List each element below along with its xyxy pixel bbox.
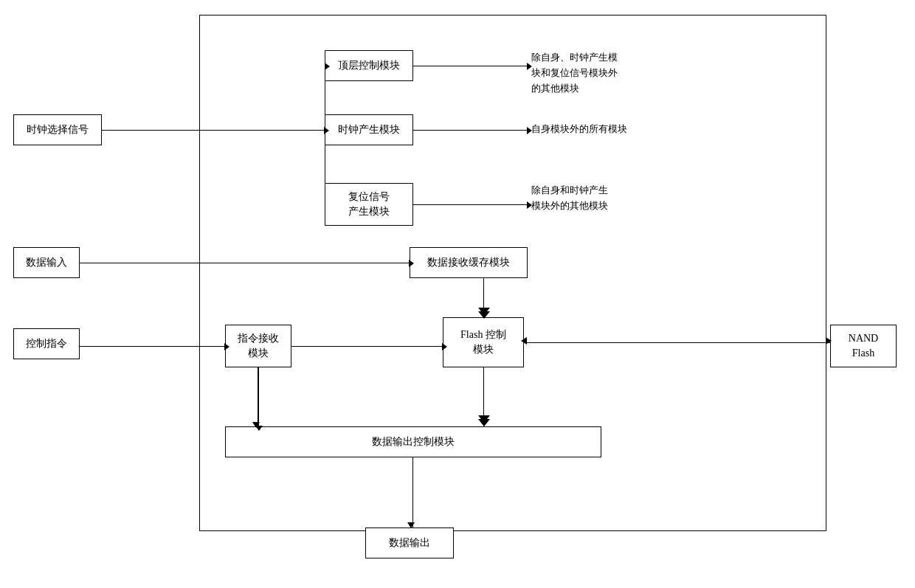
clock-gen-desc: 自身模块外的所有模块 xyxy=(531,122,679,136)
reset-signal-box: 复位信号 产生模块 xyxy=(325,183,413,226)
out-ctrl-to-out-line xyxy=(412,457,413,528)
control-cmd-box: 控制指令 xyxy=(13,328,80,359)
data-out-ctrl-box: 数据输出控制模块 xyxy=(225,426,601,457)
diagram-container: 时钟选择信号 数据输入 控制指令 顶层控制模块 时钟产生模块 复位信号 产生模块… xyxy=(0,0,915,588)
left-branch-vline xyxy=(325,66,325,204)
double-arrow-flash-to-out xyxy=(478,418,490,426)
from-nand-arrowhead xyxy=(521,337,527,345)
out-ctrl-to-out-arrowhead xyxy=(407,522,415,528)
cmd-recv-to-flash-ctrl-arrow xyxy=(291,346,443,347)
reset-to-desc-arrow xyxy=(413,204,528,205)
clock-gen-to-desc-arrow xyxy=(413,130,528,131)
flash-ctrl-box: Flash 控制 模块 xyxy=(443,317,524,367)
clock-gen-box: 时钟产生模块 xyxy=(325,114,413,145)
data-input-box: 数据输入 xyxy=(13,247,80,278)
top-control-desc: 除自身、时钟产生模 块和复位信号模块外 的其他模块 xyxy=(531,50,679,96)
nand-flash-box: NAND Flash xyxy=(830,325,897,367)
data-recv-box: 数据接收缓存模块 xyxy=(410,247,528,278)
flash-to-nand-line xyxy=(524,342,830,343)
cmd-recv-down-line xyxy=(258,367,258,426)
top-control-box: 顶层控制模块 xyxy=(325,50,413,81)
to-nand-arrowhead xyxy=(826,337,832,345)
clock-signal-box: 时钟选择信号 xyxy=(13,114,102,145)
cmd-recv-down-arrowhead xyxy=(252,422,260,428)
reset-desc: 除自身和时钟产生 模块外的其他模块 xyxy=(531,183,671,214)
ctrl-to-cmd-recv-arrow xyxy=(80,346,225,347)
top-ctrl-to-desc-arrow xyxy=(413,66,528,66)
data-input-to-recv-arrow xyxy=(80,263,410,263)
cmd-recv-to-out-ctrl-vline xyxy=(258,367,259,426)
cmd-recv-box: 指令接收 模块 xyxy=(225,325,291,367)
double-arrow-recv-to-flash xyxy=(478,310,490,319)
data-out-box: 数据输出 xyxy=(365,528,454,558)
clock-to-clockgen-arrow xyxy=(102,130,325,131)
